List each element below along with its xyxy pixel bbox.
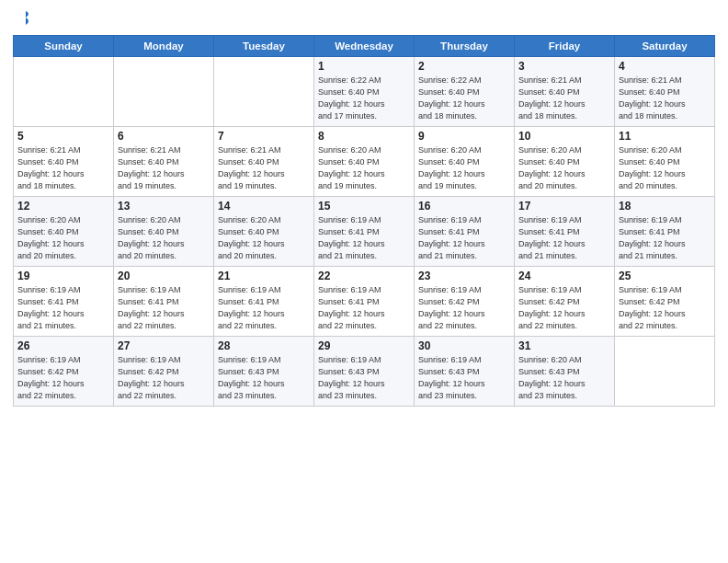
- day-number: 25: [619, 270, 711, 282]
- calendar-week-row: 1Sunrise: 6:22 AM Sunset: 6:40 PM Daylig…: [14, 57, 715, 127]
- day-number: 28: [218, 339, 310, 352]
- calendar-table: SundayMondayTuesdayWednesdayThursdayFrid…: [13, 35, 715, 407]
- day-info: Sunrise: 6:19 AM Sunset: 6:41 PM Dayligh…: [619, 214, 711, 262]
- day-number: 27: [118, 339, 210, 352]
- day-number: 22: [318, 270, 410, 282]
- day-number: 5: [17, 130, 109, 143]
- calendar-cell: [214, 57, 314, 127]
- calendar-cell: 7Sunrise: 6:21 AM Sunset: 6:40 PM Daylig…: [214, 127, 314, 197]
- calendar-week-row: 19Sunrise: 6:19 AM Sunset: 6:41 PM Dayli…: [14, 267, 715, 337]
- day-number: 31: [518, 339, 610, 352]
- calendar-cell: [114, 57, 214, 127]
- day-info: Sunrise: 6:19 AM Sunset: 6:42 PM Dayligh…: [418, 284, 510, 332]
- day-info: Sunrise: 6:20 AM Sunset: 6:40 PM Dayligh…: [318, 144, 410, 192]
- calendar-cell: 19Sunrise: 6:19 AM Sunset: 6:41 PM Dayli…: [14, 267, 114, 337]
- day-number: 10: [518, 130, 610, 143]
- calendar-cell: 20Sunrise: 6:19 AM Sunset: 6:41 PM Dayli…: [114, 267, 214, 337]
- weekday-header-saturday: Saturday: [615, 36, 715, 57]
- weekday-header-thursday: Thursday: [415, 36, 515, 57]
- day-info: Sunrise: 6:20 AM Sunset: 6:40 PM Dayligh…: [17, 214, 109, 262]
- day-number: 7: [218, 130, 310, 143]
- weekday-header-monday: Monday: [114, 36, 214, 57]
- calendar-cell: 17Sunrise: 6:19 AM Sunset: 6:41 PM Dayli…: [515, 197, 615, 267]
- day-number: 26: [17, 339, 109, 352]
- day-info: Sunrise: 6:19 AM Sunset: 6:43 PM Dayligh…: [318, 354, 410, 402]
- calendar-cell: 15Sunrise: 6:19 AM Sunset: 6:41 PM Dayli…: [314, 197, 415, 267]
- day-number: 29: [318, 339, 410, 352]
- calendar-cell: 28Sunrise: 6:19 AM Sunset: 6:43 PM Dayli…: [214, 337, 314, 407]
- day-info: Sunrise: 6:20 AM Sunset: 6:40 PM Dayligh…: [518, 144, 610, 192]
- day-info: Sunrise: 6:21 AM Sunset: 6:40 PM Dayligh…: [118, 144, 210, 192]
- calendar-cell: 18Sunrise: 6:19 AM Sunset: 6:41 PM Dayli…: [615, 197, 715, 267]
- day-number: 16: [418, 200, 510, 213]
- weekday-header-row: SundayMondayTuesdayWednesdayThursdayFrid…: [14, 36, 715, 57]
- day-info: Sunrise: 6:21 AM Sunset: 6:40 PM Dayligh…: [218, 144, 310, 192]
- logo-icon: [15, 9, 35, 29]
- weekday-header-friday: Friday: [515, 36, 615, 57]
- day-info: Sunrise: 6:22 AM Sunset: 6:40 PM Dayligh…: [418, 75, 510, 122]
- calendar-cell: 25Sunrise: 6:19 AM Sunset: 6:42 PM Dayli…: [615, 267, 715, 337]
- day-info: Sunrise: 6:20 AM Sunset: 6:40 PM Dayligh…: [218, 214, 310, 262]
- calendar-cell: 2Sunrise: 6:22 AM Sunset: 6:40 PM Daylig…: [415, 57, 515, 127]
- calendar-cell: 29Sunrise: 6:19 AM Sunset: 6:43 PM Dayli…: [314, 337, 415, 407]
- calendar-cell: 23Sunrise: 6:19 AM Sunset: 6:42 PM Dayli…: [415, 267, 515, 337]
- calendar-week-row: 26Sunrise: 6:19 AM Sunset: 6:42 PM Dayli…: [14, 337, 715, 407]
- day-number: 1: [318, 60, 410, 73]
- calendar-cell: [615, 337, 715, 407]
- calendar-cell: 8Sunrise: 6:20 AM Sunset: 6:40 PM Daylig…: [314, 127, 415, 197]
- calendar-cell: 31Sunrise: 6:20 AM Sunset: 6:43 PM Dayli…: [515, 337, 615, 407]
- day-info: Sunrise: 6:20 AM Sunset: 6:40 PM Dayligh…: [619, 144, 711, 192]
- day-info: Sunrise: 6:20 AM Sunset: 6:40 PM Dayligh…: [418, 144, 510, 192]
- calendar-cell: 5Sunrise: 6:21 AM Sunset: 6:40 PM Daylig…: [14, 127, 114, 197]
- day-number: 15: [318, 200, 410, 213]
- day-number: 8: [318, 130, 410, 143]
- day-number: 6: [118, 130, 210, 143]
- calendar-cell: 4Sunrise: 6:21 AM Sunset: 6:40 PM Daylig…: [615, 57, 715, 127]
- day-number: 11: [619, 130, 711, 143]
- calendar-cell: 12Sunrise: 6:20 AM Sunset: 6:40 PM Dayli…: [14, 197, 114, 267]
- day-number: 21: [218, 270, 310, 282]
- day-info: Sunrise: 6:19 AM Sunset: 6:41 PM Dayligh…: [518, 214, 610, 262]
- day-info: Sunrise: 6:21 AM Sunset: 6:40 PM Dayligh…: [17, 144, 109, 192]
- day-info: Sunrise: 6:19 AM Sunset: 6:42 PM Dayligh…: [118, 354, 210, 402]
- calendar-cell: 11Sunrise: 6:20 AM Sunset: 6:40 PM Dayli…: [615, 127, 715, 197]
- day-number: 24: [518, 270, 610, 282]
- day-number: 18: [619, 200, 711, 213]
- calendar-cell: 10Sunrise: 6:20 AM Sunset: 6:40 PM Dayli…: [515, 127, 615, 197]
- day-info: Sunrise: 6:19 AM Sunset: 6:43 PM Dayligh…: [418, 354, 510, 402]
- day-number: 14: [218, 200, 310, 213]
- calendar-cell: 1Sunrise: 6:22 AM Sunset: 6:40 PM Daylig…: [314, 57, 415, 127]
- day-number: 13: [118, 200, 210, 213]
- calendar-cell: 14Sunrise: 6:20 AM Sunset: 6:40 PM Dayli…: [214, 197, 314, 267]
- day-info: Sunrise: 6:19 AM Sunset: 6:42 PM Dayligh…: [518, 284, 610, 332]
- day-number: 2: [418, 60, 510, 73]
- day-number: 12: [17, 200, 109, 213]
- calendar-cell: 24Sunrise: 6:19 AM Sunset: 6:42 PM Dayli…: [515, 267, 615, 337]
- calendar-cell: 21Sunrise: 6:19 AM Sunset: 6:41 PM Dayli…: [214, 267, 314, 337]
- day-number: 3: [518, 60, 610, 73]
- calendar-cell: 26Sunrise: 6:19 AM Sunset: 6:42 PM Dayli…: [14, 337, 114, 407]
- day-info: Sunrise: 6:20 AM Sunset: 6:43 PM Dayligh…: [518, 354, 610, 402]
- day-info: Sunrise: 6:19 AM Sunset: 6:41 PM Dayligh…: [218, 284, 310, 332]
- day-info: Sunrise: 6:19 AM Sunset: 6:41 PM Dayligh…: [17, 284, 109, 332]
- calendar-cell: 6Sunrise: 6:21 AM Sunset: 6:40 PM Daylig…: [114, 127, 214, 197]
- day-info: Sunrise: 6:21 AM Sunset: 6:40 PM Dayligh…: [619, 75, 711, 122]
- weekday-header-wednesday: Wednesday: [314, 36, 415, 57]
- day-info: Sunrise: 6:19 AM Sunset: 6:41 PM Dayligh…: [318, 284, 410, 332]
- day-number: 4: [619, 60, 711, 73]
- calendar-cell: 27Sunrise: 6:19 AM Sunset: 6:42 PM Dayli…: [114, 337, 214, 407]
- day-number: 19: [17, 270, 109, 282]
- day-info: Sunrise: 6:19 AM Sunset: 6:41 PM Dayligh…: [318, 214, 410, 262]
- weekday-header-tuesday: Tuesday: [214, 36, 314, 57]
- logo: [13, 9, 35, 28]
- day-info: Sunrise: 6:21 AM Sunset: 6:40 PM Dayligh…: [518, 75, 610, 122]
- day-number: 30: [418, 339, 510, 352]
- calendar-cell: [14, 57, 114, 127]
- day-number: 23: [418, 270, 510, 282]
- day-info: Sunrise: 6:19 AM Sunset: 6:42 PM Dayligh…: [619, 284, 711, 332]
- calendar-cell: 9Sunrise: 6:20 AM Sunset: 6:40 PM Daylig…: [415, 127, 515, 197]
- day-info: Sunrise: 6:20 AM Sunset: 6:40 PM Dayligh…: [118, 214, 210, 262]
- calendar-cell: 30Sunrise: 6:19 AM Sunset: 6:43 PM Dayli…: [415, 337, 515, 407]
- day-number: 9: [418, 130, 510, 143]
- day-number: 17: [518, 200, 610, 213]
